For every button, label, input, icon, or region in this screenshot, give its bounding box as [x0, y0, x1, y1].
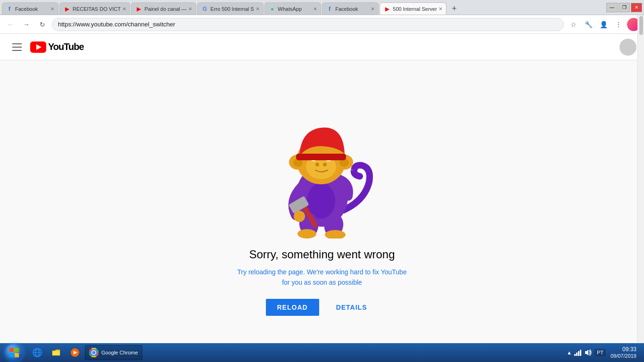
yt-favicon: ▶	[384, 6, 390, 12]
taskbar-ie[interactable]	[28, 345, 46, 360]
tab-close-icon[interactable]: ×	[371, 5, 375, 12]
svg-rect-43	[576, 353, 578, 356]
tab-close-icon[interactable]: ×	[314, 5, 317, 12]
details-button[interactable]: DETAILS	[325, 299, 379, 316]
taskbar-programs: Google Chrome	[28, 345, 142, 360]
taskbar-chrome[interactable]: Google Chrome	[85, 345, 142, 360]
hamburger-menu[interactable]	[8, 38, 26, 57]
tab-500-internal[interactable]: ▶ 500 Internal Server ×	[380, 2, 446, 15]
hamburger-line-2	[12, 47, 22, 48]
tab-whatsapp[interactable]: ● WhatsApp ×	[264, 2, 321, 15]
bookmark-star-icon[interactable]: ☆	[567, 18, 580, 31]
youtube-logo[interactable]: YouTube	[30, 41, 84, 53]
svg-point-19	[323, 163, 327, 166]
tab-facebook1[interactable]: f Facebook ×	[2, 2, 58, 15]
new-tab-button[interactable]: +	[447, 2, 461, 15]
taskbar-media[interactable]	[66, 345, 84, 360]
restore-button[interactable]: ❐	[619, 3, 630, 12]
media-play-icon	[70, 348, 80, 357]
taskbar-files[interactable]	[47, 345, 65, 360]
extensions-icon[interactable]: 🔧	[582, 18, 595, 31]
chrome-icon	[89, 348, 99, 357]
tab-500-label: 500 Internal Server	[393, 6, 437, 12]
error-buttons: RELOAD DETAILS	[266, 299, 379, 316]
fb-favicon: f	[326, 6, 333, 12]
forward-button[interactable]: →	[20, 18, 33, 31]
system-clock[interactable]: 09:33 09/07/2019	[609, 346, 638, 359]
taskbar: Google Chrome ▲ PT	[0, 343, 644, 362]
youtube-logo-icon	[30, 41, 46, 53]
network-icon	[574, 349, 582, 356]
toolbar-icons: ☆ 🔧 👤 ⋮	[567, 18, 640, 31]
profile-icon[interactable]: 👤	[597, 18, 610, 31]
tab-receitas[interactable]: ▶ RECEITAS DO VICT ×	[59, 2, 130, 15]
address-input[interactable]	[52, 18, 564, 31]
tab-close-icon[interactable]: ×	[50, 5, 54, 12]
svg-point-41	[92, 351, 96, 354]
svg-rect-20	[296, 154, 346, 160]
system-tray: ▲	[567, 349, 592, 356]
svg-rect-24	[9, 348, 14, 352]
youtube-header: YouTube	[0, 34, 644, 60]
tray-network-icon[interactable]	[574, 349, 582, 356]
yt-favicon: ▶	[64, 6, 70, 12]
wa-favicon: ●	[269, 6, 275, 12]
error-subtitle-line2: for you as soon as possible	[282, 279, 362, 286]
g-favicon: G	[201, 6, 208, 12]
tray-expand[interactable]: ▲	[567, 350, 572, 355]
tab-painel[interactable]: ▶ Painel do canal — ×	[131, 2, 196, 15]
tab-label: Facebook	[15, 6, 49, 12]
error-subtitle: Try reloading the page. We're working ha…	[237, 267, 406, 288]
windows-logo-icon	[9, 347, 19, 358]
yt-favicon: ▶	[135, 6, 142, 12]
user-avatar[interactable]	[619, 39, 636, 56]
tabs-container: f Facebook × ▶ RECEITAS DO VICT × ▶ Pain…	[2, 0, 604, 15]
start-orb-icon	[5, 344, 23, 362]
svg-rect-42	[574, 354, 576, 356]
svg-rect-44	[578, 351, 579, 356]
tab-close-icon[interactable]: ×	[256, 5, 260, 12]
volume-icon	[584, 349, 592, 356]
svg-rect-27	[15, 353, 19, 357]
tab-close-icon[interactable]: ×	[439, 5, 443, 12]
scrollbar-thumb[interactable]	[639, 16, 643, 35]
youtube-logo-text: YouTube	[48, 41, 84, 52]
reload-button[interactable]: RELOAD	[266, 299, 319, 316]
svg-point-18	[315, 163, 319, 166]
tab-facebook2[interactable]: f Facebook ×	[322, 2, 379, 15]
ie-icon	[33, 348, 42, 357]
svg-marker-46	[585, 350, 588, 355]
language-indicator[interactable]: PT	[594, 349, 606, 356]
minimize-button[interactable]: —	[606, 3, 618, 12]
start-button[interactable]	[2, 344, 26, 361]
media-player-icon	[70, 348, 80, 357]
tab-label: Facebook	[335, 6, 369, 12]
tab-erro500[interactable]: G Erro 500 Internal S ×	[197, 2, 264, 15]
close-button[interactable]: ✕	[631, 3, 642, 12]
error-monkey-illustration	[270, 88, 374, 239]
tab-label: Painel do canal —	[144, 6, 186, 12]
svg-point-6	[297, 229, 316, 239]
hamburger-line-1	[12, 43, 22, 44]
svg-point-23	[294, 211, 305, 222]
window-controls: — ❐ ✕	[606, 3, 642, 12]
reload-nav-button[interactable]: ↻	[36, 18, 49, 31]
chrome-label: Google Chrome	[101, 350, 138, 355]
error-subtitle-line1: Try reloading the page. We're working ha…	[237, 268, 406, 276]
menu-icon[interactable]: ⋮	[612, 18, 625, 31]
youtube-play-icon	[30, 41, 46, 53]
title-bar: f Facebook × ▶ RECEITAS DO VICT × ▶ Pain…	[0, 0, 644, 15]
svg-rect-26	[9, 353, 14, 357]
scrollbar[interactable]	[637, 15, 644, 343]
tab-label: RECEITAS DO VICT	[73, 6, 121, 12]
fb-favicon: f	[6, 6, 13, 12]
address-bar: ← → ↻ ☆ 🔧 👤 ⋮	[0, 15, 644, 34]
back-button[interactable]: ←	[4, 18, 17, 31]
tab-close-icon[interactable]: ×	[189, 5, 192, 12]
tab-label: Erro 500 Internal S	[210, 6, 254, 12]
internet-explorer-icon	[33, 348, 42, 357]
svg-rect-45	[580, 350, 581, 356]
chrome-logo-icon	[89, 348, 99, 357]
tray-volume-icon[interactable]	[584, 349, 592, 356]
tab-close-icon[interactable]: ×	[123, 5, 126, 12]
